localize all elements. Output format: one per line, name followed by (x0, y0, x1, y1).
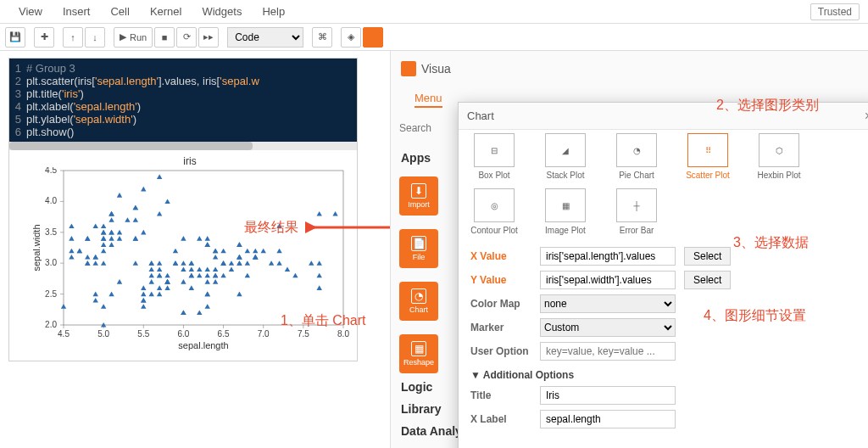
menu-view[interactable]: View (8, 5, 53, 18)
menubar: View Insert Cell Kernel Widgets Help Tru… (0, 0, 868, 24)
user-option-label: User Option (470, 345, 531, 357)
restart-run-icon[interactable]: ▸▸ (198, 27, 219, 48)
xlabel-label: X Label (470, 413, 531, 425)
svg-text:6.0: 6.0 (177, 329, 189, 339)
chart-type-scatter-plot[interactable]: ⠿Scatter Plot (684, 133, 732, 180)
xlabel-input[interactable] (540, 410, 676, 428)
visual-python-icon[interactable] (363, 27, 383, 48)
menu-insert[interactable]: Insert (53, 5, 101, 18)
side-logo: Visua (401, 61, 451, 76)
chart-dialog: Chart × ⊟Box Plot◢Stack Plot◔Pie Chart⠿S… (458, 102, 868, 448)
interrupt-icon[interactable]: ■ (154, 27, 175, 48)
ext-icon[interactable]: ◈ (341, 27, 361, 48)
chart-type-image-plot[interactable]: ▦Image Plot (542, 188, 589, 235)
code-editor[interactable]: 1# Group 32plt.scatter(iris['sepal.lengt… (9, 59, 357, 142)
celltype-select[interactable]: Code (227, 27, 303, 48)
app-import[interactable]: ⬇Import (399, 176, 438, 216)
svg-text:5.5: 5.5 (137, 329, 149, 339)
menu-kernel[interactable]: Kernel (140, 5, 192, 18)
chart-type-box-plot[interactable]: ⊟Box Plot (470, 133, 518, 180)
title-label: Title (470, 389, 531, 401)
cat-logic[interactable]: Logic (401, 380, 432, 394)
cat-data-analy[interactable]: Data Analy (401, 424, 462, 438)
dialog-title: Chart (467, 109, 494, 122)
svg-text:4.0: 4.0 (45, 196, 57, 205)
svg-text:4.5: 4.5 (45, 167, 57, 175)
cat-library[interactable]: Library (401, 402, 441, 416)
side-search[interactable] (399, 119, 459, 137)
menu-cell[interactable]: Cell (100, 5, 139, 18)
svg-text:sepal.width: sepal.width (31, 224, 42, 271)
marker-select[interactable]: Custom (540, 318, 676, 337)
svg-text:7.0: 7.0 (258, 329, 270, 339)
svg-text:8.0: 8.0 (337, 329, 349, 339)
menu-help[interactable]: Help (252, 5, 295, 18)
run-label: Run (130, 32, 147, 42)
y-value-label: Y Value (470, 274, 531, 286)
side-menu-tab[interactable]: Menu (415, 92, 442, 108)
y-value-input[interactable] (540, 271, 676, 289)
chart-title: iris (30, 155, 350, 167)
svg-text:sepal.length: sepal.length (178, 340, 228, 350)
horizontal-scrollbar[interactable] (9, 142, 357, 150)
apps-heading: Apps (401, 151, 431, 165)
y-select-button[interactable]: Select (684, 271, 731, 289)
move-up-icon[interactable]: ↑ (63, 27, 83, 48)
app-file[interactable]: 📄File (399, 229, 438, 268)
save-icon[interactable]: 💾 (5, 27, 25, 48)
x-select-button[interactable]: Select (684, 247, 731, 266)
menu-widgets[interactable]: Widgets (192, 5, 252, 18)
colormap-select[interactable]: none (540, 294, 676, 313)
svg-text:2.0: 2.0 (45, 320, 57, 329)
svg-text:3.0: 3.0 (45, 258, 57, 267)
marker-label: Marker (470, 322, 531, 333)
chart-type-stack-plot[interactable]: ◢Stack Plot (542, 133, 589, 180)
code-cell[interactable]: 1# Group 32plt.scatter(iris['sepal.lengt… (8, 58, 358, 361)
user-option-input[interactable] (540, 342, 676, 361)
app-chart[interactable]: ◔Chart (399, 282, 438, 321)
run-button[interactable]: ▶ Run (114, 27, 153, 48)
restart-icon[interactable]: ⟳ (176, 27, 197, 48)
app-reshape[interactable]: ▦Reshape (399, 334, 438, 373)
insert-below-icon[interactable]: ✚ (34, 27, 54, 48)
svg-text:5.0: 5.0 (97, 329, 109, 339)
x-value-input[interactable] (540, 247, 676, 266)
dialog-header[interactable]: Chart × (459, 103, 868, 130)
svg-text:6.5: 6.5 (218, 329, 230, 339)
svg-text:2.5: 2.5 (45, 289, 57, 299)
chart-type-error-bar[interactable]: ┼Error Bar (613, 188, 660, 235)
svg-text:4.5: 4.5 (58, 329, 70, 339)
svg-rect-0 (64, 171, 343, 325)
chart-output: iris 4.55.05.56.06.57.07.58.02.02.53.03.… (9, 150, 357, 361)
chart-type-grid: ⊟Box Plot◢Stack Plot◔Pie Chart⠿Scatter P… (459, 130, 868, 240)
chart-type-pie-chart[interactable]: ◔Pie Chart (613, 133, 660, 180)
trusted-badge[interactable]: Trusted (810, 3, 860, 20)
svg-text:3.5: 3.5 (45, 227, 57, 237)
command-palette-icon[interactable]: ⌘ (312, 27, 332, 48)
title-input[interactable] (540, 386, 676, 405)
move-down-icon[interactable]: ↓ (85, 27, 105, 48)
toolbar: 💾 ✚ ↑ ↓ ▶ Run ■ ⟳ ▸▸ Code ⌘ ◈ (0, 24, 868, 51)
scatter-plot: 4.55.05.56.06.57.07.58.02.02.53.03.54.04… (30, 167, 352, 354)
svg-text:7.5: 7.5 (298, 329, 309, 339)
x-value-label: X Value (470, 250, 531, 262)
chart-type-contour-plot[interactable]: ◎Contour Plot (470, 188, 518, 235)
colormap-label: Color Map (470, 298, 531, 310)
additional-options-toggle[interactable]: ▼ Additional Options (470, 369, 868, 381)
close-icon[interactable]: × (865, 109, 868, 124)
chart-type-hexbin-plot[interactable]: ⬡Hexbin Plot (755, 133, 803, 180)
